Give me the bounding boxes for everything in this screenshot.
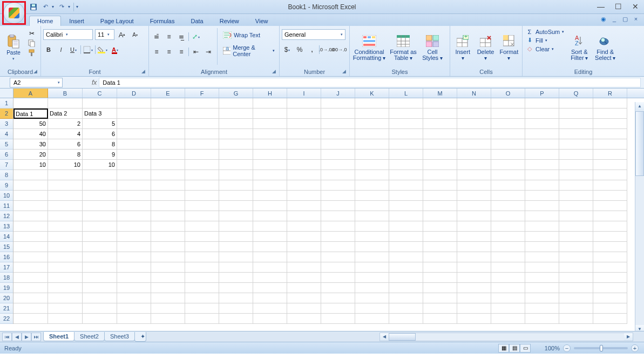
cell-R7[interactable] xyxy=(593,160,627,170)
cell-B1[interactable] xyxy=(48,98,83,109)
cell-B2[interactable]: Data 2 xyxy=(48,109,83,119)
cell-H16[interactable] xyxy=(253,252,287,262)
cell-Q2[interactable] xyxy=(559,109,593,119)
cell-J11[interactable] xyxy=(321,201,355,211)
cell-G1[interactable] xyxy=(219,98,253,109)
column-header-O[interactable]: O xyxy=(491,89,525,98)
cell-J7[interactable] xyxy=(321,160,355,170)
cell-M10[interactable] xyxy=(423,191,457,201)
hscroll-thumb[interactable] xyxy=(389,333,416,341)
cell-I6[interactable] xyxy=(287,150,321,160)
align-right-icon[interactable]: ≡ xyxy=(176,46,187,57)
cell-P12[interactable] xyxy=(525,211,559,221)
cell-G16[interactable] xyxy=(219,252,253,262)
increase-indent-icon[interactable]: ⇥ xyxy=(203,46,214,57)
cell-L17[interactable] xyxy=(389,262,423,273)
cell-R10[interactable] xyxy=(593,191,627,201)
cell-F22[interactable] xyxy=(185,314,219,324)
cell-I1[interactable] xyxy=(287,98,321,109)
vertical-scrollbar[interactable]: ▲ ▼ xyxy=(635,102,644,334)
bold-button[interactable]: B xyxy=(43,44,54,55)
cell-P3[interactable] xyxy=(525,119,559,129)
cell-M11[interactable] xyxy=(423,201,457,211)
cell-B7[interactable]: 10 xyxy=(48,160,83,170)
cell-F13[interactable] xyxy=(185,221,219,232)
cell-H21[interactable] xyxy=(253,303,287,314)
cell-D9[interactable] xyxy=(117,180,151,191)
sheet-nav-first[interactable]: ⏮ xyxy=(2,333,12,341)
cell-B21[interactable] xyxy=(48,303,83,314)
cell-F20[interactable] xyxy=(185,293,219,303)
cell-E12[interactable] xyxy=(151,211,185,221)
cell-P11[interactable] xyxy=(525,201,559,211)
cell-I22[interactable] xyxy=(287,314,321,324)
cell-M9[interactable] xyxy=(423,180,457,191)
cell-F11[interactable] xyxy=(185,201,219,211)
cell-F15[interactable] xyxy=(185,242,219,252)
cell-N14[interactable] xyxy=(457,232,491,242)
cell-A6[interactable]: 20 xyxy=(13,150,48,160)
cell-P20[interactable] xyxy=(525,293,559,303)
cell-Q14[interactable] xyxy=(559,232,593,242)
cell-L14[interactable] xyxy=(389,232,423,242)
cell-H12[interactable] xyxy=(253,211,287,221)
row-header-8[interactable]: 8 xyxy=(0,170,13,180)
cell-M15[interactable] xyxy=(423,242,457,252)
cell-E17[interactable] xyxy=(151,262,185,273)
cell-C10[interactable] xyxy=(83,191,117,201)
column-header-K[interactable]: K xyxy=(355,89,389,98)
cell-K15[interactable] xyxy=(355,242,389,252)
column-header-C[interactable]: C xyxy=(83,89,117,98)
cell-D1[interactable] xyxy=(117,98,151,109)
column-header-P[interactable]: P xyxy=(525,89,559,98)
sort-filter-button[interactable]: AZ Sort & Filter ▾ xyxy=(567,27,591,66)
tab-view[interactable]: View xyxy=(247,16,276,26)
cell-M13[interactable] xyxy=(423,221,457,232)
column-header-G[interactable]: G xyxy=(219,89,253,98)
cell-P17[interactable] xyxy=(525,262,559,273)
cell-J14[interactable] xyxy=(321,232,355,242)
cell-H13[interactable] xyxy=(253,221,287,232)
cell-H6[interactable] xyxy=(253,150,287,160)
font-size-combo[interactable]: 11▾ xyxy=(95,29,114,40)
cell-K18[interactable] xyxy=(355,273,389,283)
cell-A4[interactable]: 40 xyxy=(13,129,48,139)
cell-F2[interactable] xyxy=(185,109,219,119)
cell-L16[interactable] xyxy=(389,252,423,262)
sheet-tab-sheet1[interactable]: Sheet1 xyxy=(43,332,74,341)
cell-B9[interactable] xyxy=(48,180,83,191)
column-header-Q[interactable]: Q xyxy=(559,89,593,98)
page-break-view-button[interactable]: ▭ xyxy=(520,344,531,353)
cell-B6[interactable]: 8 xyxy=(48,150,83,160)
cell-J8[interactable] xyxy=(321,170,355,180)
cell-R16[interactable] xyxy=(593,252,627,262)
cell-P1[interactable] xyxy=(525,98,559,109)
cell-P4[interactable] xyxy=(525,129,559,139)
cell-N22[interactable] xyxy=(457,314,491,324)
cell-O19[interactable] xyxy=(491,283,525,293)
cell-L5[interactable] xyxy=(389,139,423,150)
column-header-L[interactable]: L xyxy=(389,89,423,98)
cell-I16[interactable] xyxy=(287,252,321,262)
cell-G18[interactable] xyxy=(219,273,253,283)
number-dialog-launcher[interactable]: ◢ xyxy=(342,69,346,74)
row-header-2[interactable]: 2 xyxy=(0,109,13,119)
cell-J6[interactable] xyxy=(321,150,355,160)
mdi-close-icon[interactable]: × xyxy=(632,16,640,23)
cell-H9[interactable] xyxy=(253,180,287,191)
cell-A12[interactable] xyxy=(13,211,48,221)
cell-P21[interactable] xyxy=(525,303,559,314)
cell-Q19[interactable] xyxy=(559,283,593,293)
tab-insert[interactable]: Insert xyxy=(61,16,92,26)
cell-R5[interactable] xyxy=(593,139,627,150)
paste-button[interactable]: Paste ▾ xyxy=(2,27,25,66)
cell-F3[interactable] xyxy=(185,119,219,129)
row-header-21[interactable]: 21 xyxy=(0,303,13,314)
align-middle-icon[interactable]: ≡ xyxy=(164,31,174,42)
cell-L22[interactable] xyxy=(389,314,423,324)
cell-Q7[interactable] xyxy=(559,160,593,170)
cell-Q20[interactable] xyxy=(559,293,593,303)
cell-I15[interactable] xyxy=(287,242,321,252)
number-format-combo[interactable]: General▾ xyxy=(282,29,345,40)
cell-R12[interactable] xyxy=(593,211,627,221)
